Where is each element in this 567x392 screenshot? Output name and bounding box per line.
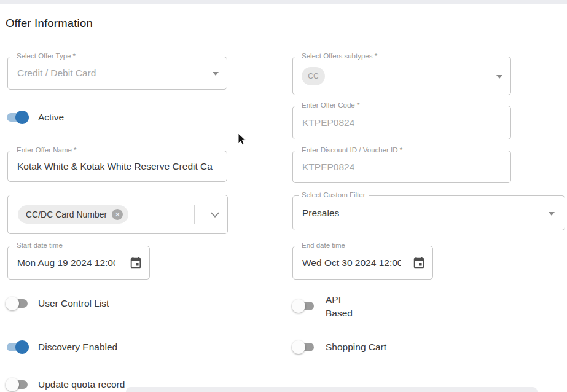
start-date-value: Mon Aug 19 2024 12:00 [17, 257, 115, 269]
payment-filter-chip: CC/DC Card Number ✕ [18, 205, 128, 224]
offer-information-form: Offer Information Select Offer Type * Cr… [0, 0, 567, 392]
offer-name-label: Enter Offer Name * [14, 146, 80, 154]
page-title: Offer Information [6, 17, 93, 30]
offer-code-label: Enter Offer Code * [299, 101, 362, 109]
custom-filter-label: Select Custom Filter [299, 191, 369, 198]
active-toggle[interactable] [5, 110, 29, 125]
offer-code-input[interactable]: Enter Offer Code * KTPEP0824 [292, 106, 511, 139]
next-section-edge [126, 387, 538, 392]
offer-subtypes-label: Select Offers subtypes * [299, 52, 380, 60]
payment-filter-multiselect[interactable]: CC/DC Card Number ✕ [7, 195, 228, 234]
user-control-list-label: User Control List [38, 298, 109, 309]
api-based-toggle[interactable] [291, 299, 316, 313]
shopping-cart-label: Shopping Cart [326, 342, 386, 353]
discovery-enabled-toggle[interactable] [5, 340, 29, 355]
top-divider-strip [0, 0, 567, 4]
caret-down-icon [213, 72, 219, 76]
custom-filter-select[interactable]: Select Custom Filter Presales [292, 195, 565, 230]
calendar-icon[interactable] [412, 256, 426, 270]
end-date-label: End date time [299, 241, 348, 249]
field-divider [194, 205, 195, 224]
payment-filter-chip-label: CC/DC Card Number [26, 210, 107, 219]
caret-down-icon [549, 212, 555, 216]
shopping-cart-toggle[interactable] [291, 340, 316, 355]
offer-subtypes-select[interactable]: Select Offers subtypes * CC [292, 57, 511, 95]
offer-subtype-chip: CC [302, 67, 325, 85]
custom-filter-value: Presales [302, 208, 339, 219]
offer-type-label: Select Offer Type * [14, 52, 79, 60]
update-quota-record-label: Update quota record [38, 379, 125, 390]
end-date-input[interactable]: End date time Wed Oct 30 2024 12:00 [292, 246, 433, 280]
active-toggle-label: Active [38, 112, 64, 123]
offer-name-value: Kotak White & Kotak White Reserve Credit… [17, 161, 224, 172]
chevron-down-icon[interactable] [211, 209, 219, 218]
mouse-cursor [237, 133, 247, 147]
offer-name-input[interactable]: Enter Offer Name * Kotak White & Kotak W… [7, 151, 227, 182]
caret-down-icon [496, 75, 502, 79]
offer-type-select[interactable]: Select Offer Type * Credit / Debit Card [7, 57, 227, 90]
end-date-value: Wed Oct 30 2024 12:00 [302, 257, 401, 269]
discount-voucher-id-input[interactable]: Enter Discount ID / Voucher ID * KTPEP08… [292, 151, 511, 183]
offer-type-value: Credit / Debit Card [17, 68, 96, 79]
start-date-label: Start date time [14, 241, 66, 249]
start-date-input[interactable]: Start date time Mon Aug 19 2024 12:00 [7, 246, 150, 280]
calendar-icon[interactable] [129, 256, 143, 270]
offer-code-value: KTPEP0824 [302, 117, 354, 128]
close-icon[interactable]: ✕ [112, 209, 123, 220]
user-control-list-toggle[interactable] [5, 296, 29, 311]
discovery-enabled-label: Discovery Enabled [38, 342, 117, 353]
discount-voucher-id-label: Enter Discount ID / Voucher ID * [299, 146, 405, 154]
api-based-label: API Based [326, 293, 361, 321]
update-quota-record-toggle[interactable] [5, 377, 29, 392]
discount-voucher-id-value: KTPEP0824 [302, 162, 354, 173]
